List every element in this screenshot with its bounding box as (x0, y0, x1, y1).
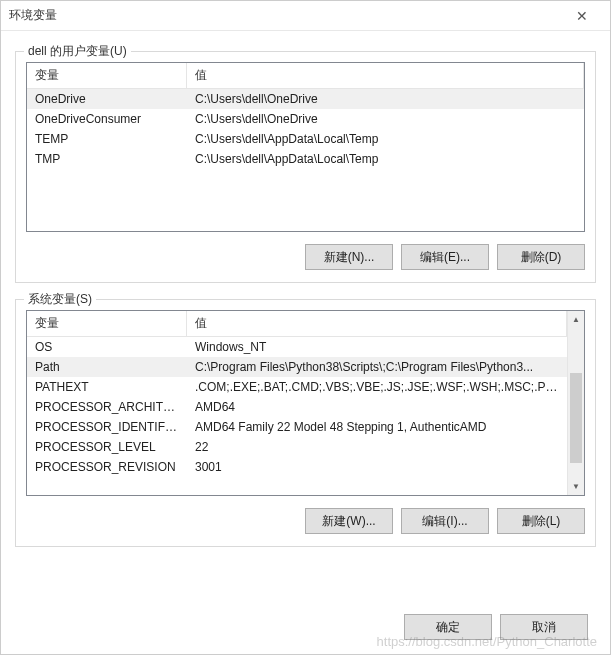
table-row[interactable]: PROCESSOR_REVISION3001 (27, 457, 567, 477)
scroll-up-icon[interactable]: ▲ (568, 311, 584, 328)
cell-name: OneDriveConsumer (27, 109, 187, 129)
cell-name: OS (27, 337, 187, 357)
scroll-track[interactable] (568, 328, 584, 478)
col-header-value[interactable]: 值 (187, 63, 584, 88)
system-vars-header: 变量 值 (27, 311, 567, 337)
env-vars-dialog: 环境变量 ✕ dell 的用户变量(U) 变量 值 OneDriveC:\Use… (0, 0, 611, 655)
user-delete-button[interactable]: 删除(D) (497, 244, 585, 270)
cell-value: .COM;.EXE;.BAT;.CMD;.VBS;.VBE;.JS;.JSE;.… (187, 377, 567, 397)
user-vars-header: 变量 值 (27, 63, 584, 89)
cell-value: 3001 (187, 457, 567, 477)
table-row[interactable]: PROCESSOR_LEVEL22 (27, 437, 567, 457)
cell-name: Path (27, 357, 187, 377)
table-row[interactable]: PROCESSOR_ARCHITECT...AMD64 (27, 397, 567, 417)
table-row[interactable]: OSWindows_NT (27, 337, 567, 357)
system-delete-button[interactable]: 删除(L) (497, 508, 585, 534)
table-row[interactable]: OneDriveConsumerC:\Users\dell\OneDrive (27, 109, 584, 129)
cell-name: PROCESSOR_LEVEL (27, 437, 187, 457)
system-edit-button[interactable]: 编辑(I)... (401, 508, 489, 534)
cell-value: Windows_NT (187, 337, 567, 357)
cell-name: PATHEXT (27, 377, 187, 397)
cell-value: 22 (187, 437, 567, 457)
cell-value: C:\Program Files\Python38\Scripts\;C:\Pr… (187, 357, 567, 377)
user-vars-buttons: 新建(N)... 编辑(E)... 删除(D) (26, 244, 585, 270)
ok-button[interactable]: 确定 (404, 614, 492, 640)
cell-name: PROCESSOR_ARCHITECT... (27, 397, 187, 417)
table-row[interactable]: PathC:\Program Files\Python38\Scripts\;C… (27, 357, 567, 377)
table-row[interactable]: OneDriveC:\Users\dell\OneDrive (27, 89, 584, 109)
dialog-buttons: 确定 取消 (1, 600, 610, 654)
window-title: 环境变量 (9, 7, 562, 24)
col-header-name[interactable]: 变量 (27, 311, 187, 336)
col-header-name[interactable]: 变量 (27, 63, 187, 88)
titlebar: 环境变量 ✕ (1, 1, 610, 31)
cell-value: AMD64 (187, 397, 567, 417)
user-vars-group: dell 的用户变量(U) 变量 值 OneDriveC:\Users\dell… (15, 51, 596, 283)
scroll-down-icon[interactable]: ▼ (568, 478, 584, 495)
close-icon[interactable]: ✕ (562, 8, 602, 24)
cell-value: C:\Users\dell\OneDrive (187, 109, 584, 129)
table-row[interactable]: TMPC:\Users\dell\AppData\Local\Temp (27, 149, 584, 169)
cell-name: PROCESSOR_IDENTIFIER (27, 417, 187, 437)
scroll-thumb[interactable] (570, 373, 582, 463)
cell-name: TEMP (27, 129, 187, 149)
table-row[interactable]: PATHEXT.COM;.EXE;.BAT;.CMD;.VBS;.VBE;.JS… (27, 377, 567, 397)
user-edit-button[interactable]: 编辑(E)... (401, 244, 489, 270)
cell-value: C:\Users\dell\AppData\Local\Temp (187, 149, 584, 169)
dialog-content: dell 的用户变量(U) 变量 值 OneDriveC:\Users\dell… (1, 31, 610, 600)
col-header-value[interactable]: 值 (187, 311, 567, 336)
user-vars-list[interactable]: 变量 值 OneDriveC:\Users\dell\OneDriveOneDr… (26, 62, 585, 232)
cell-value: C:\Users\dell\OneDrive (187, 89, 584, 109)
system-vars-label: 系统变量(S) (24, 291, 96, 308)
system-scrollbar[interactable]: ▲ ▼ (567, 311, 584, 495)
cancel-button[interactable]: 取消 (500, 614, 588, 640)
system-vars-list[interactable]: 变量 值 OSWindows_NTPathC:\Program Files\Py… (26, 310, 585, 496)
cell-name: TMP (27, 149, 187, 169)
cell-value: C:\Users\dell\AppData\Local\Temp (187, 129, 584, 149)
cell-name: OneDrive (27, 89, 187, 109)
system-vars-group: 系统变量(S) 变量 值 OSWindows_NTPathC:\Program … (15, 299, 596, 547)
cell-name: PROCESSOR_REVISION (27, 457, 187, 477)
user-vars-label: dell 的用户变量(U) (24, 43, 131, 60)
table-row[interactable]: PROCESSOR_IDENTIFIERAMD64 Family 22 Mode… (27, 417, 567, 437)
system-vars-buttons: 新建(W)... 编辑(I)... 删除(L) (26, 508, 585, 534)
cell-value: AMD64 Family 22 Model 48 Stepping 1, Aut… (187, 417, 567, 437)
table-row[interactable]: TEMPC:\Users\dell\AppData\Local\Temp (27, 129, 584, 149)
system-new-button[interactable]: 新建(W)... (305, 508, 393, 534)
user-new-button[interactable]: 新建(N)... (305, 244, 393, 270)
